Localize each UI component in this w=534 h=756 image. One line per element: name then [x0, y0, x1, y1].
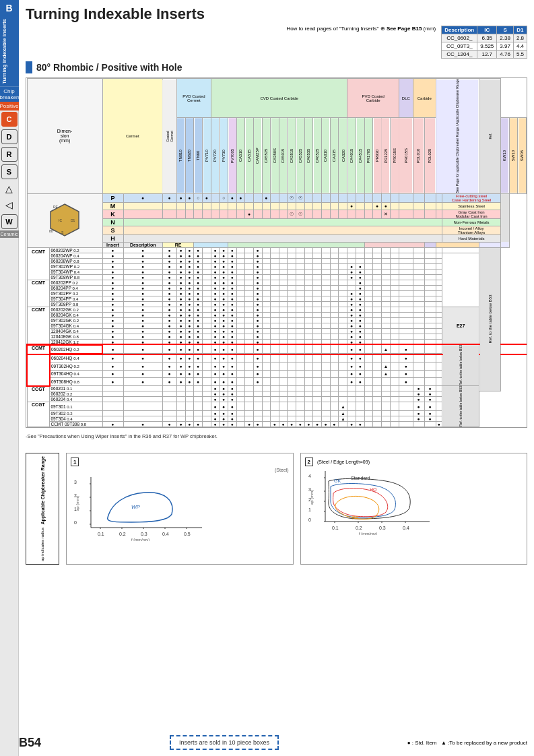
part-09t302pp: 09T302PP 0.2 — [50, 290, 102, 296]
sidebar-letter-d[interactable]: D — [1, 129, 18, 144]
sidebar-letter-r[interactable]: R — [1, 147, 18, 162]
svg-text:0.4: 0.4 — [162, 532, 169, 536]
main-table-container: Dimen-sion(mm) Cermet CoatedCermet PVD C… — [26, 77, 527, 428]
chart2-svg: 0 1 2 3 4 0.1 0.2 0.3 0.4 — [305, 468, 440, 535]
cermet-header: Cermet — [102, 79, 162, 194]
part-09t304wp: 09T304WP 0.4 — [50, 269, 102, 274]
svg-text:ap (mm): ap (mm) — [75, 496, 79, 511]
grade-pv710: PV710 — [203, 118, 211, 193]
grade-ca3515: CA3515 — [288, 118, 296, 193]
main-content: Turning Indexable Inserts How to read pa… — [19, 0, 534, 570]
col-insert: Insert — [102, 242, 123, 247]
insert-code-ccmt-gk: CCMT — [27, 307, 50, 345]
part-09t308wp: 09T308WP 0.8 — [50, 274, 102, 280]
insert-box: Inserts are sold in 10 piece boxes — [170, 735, 279, 750]
svg-text:D1: D1 — [71, 218, 75, 222]
grade-pv7005: PV7005 — [228, 118, 237, 193]
mat-n-row: N Non-Ferrous Metals — [27, 218, 527, 226]
sidebar-chevron-icon[interactable]: ◁ — [1, 198, 18, 212]
grade-ca515: CA515 — [245, 118, 254, 193]
p-pv730: ● — [203, 193, 211, 202]
dlc-header: DLC — [399, 79, 413, 118]
part-120412gk: 120412GK 1.2 — [50, 339, 102, 345]
p-kw10 — [413, 193, 424, 202]
svg-text:0.5: 0.5 — [184, 532, 191, 536]
chart1-subtitle: (Steel) — [71, 468, 289, 472]
part-09t308pp: 09T308PP 0.8 — [50, 301, 102, 307]
grade-ca4015: CA4015 — [347, 118, 356, 193]
ref-row-2: CC_09T3_ 9.525 3.97 4.4 — [442, 42, 527, 51]
svg-text:Standard: Standard — [351, 476, 370, 480]
mat-k-label: K — [102, 210, 123, 218]
insert-code-ccgt: CCGT — [27, 386, 50, 402]
grade-sw05: SW05 — [518, 118, 527, 193]
svg-text:PP: PP — [352, 515, 359, 520]
part-060204wp: 060204WP 0.4 — [50, 253, 102, 258]
m-color-label: Stainless Steel — [442, 202, 501, 210]
grade-tn810: TN810 — [176, 118, 185, 193]
p-ca310 — [304, 193, 313, 202]
svg-text:4: 4 — [308, 474, 311, 478]
part-120404gk: 120404GK 0.4 — [50, 328, 102, 334]
applicable-chipbreaker-text: Applicable Chipbreaker Range — [40, 456, 45, 525]
p-pdl025 — [399, 193, 413, 202]
ref-col-desc: Description — [442, 26, 477, 34]
others-header: See Page for applicable Chipbreaker Rang… — [436, 79, 479, 194]
insert-code-ccmt-hq: CCMT — [27, 345, 50, 386]
part-120408gk: 120408GK 0.8 — [50, 334, 102, 339]
section-heading: 80° Rhombic / Positive with Hole — [26, 61, 527, 73]
sidebar-letter-s[interactable]: S — [1, 164, 18, 179]
insert-row-ccmt060202pp: CCMT 060202PP 0.2 ●●● ●●● ●●●● ● — [27, 280, 527, 285]
chart1-number: 1 — [71, 458, 79, 466]
svg-text:f (mm/rev): f (mm/rev) — [359, 532, 377, 535]
sidebar-triangle-icon[interactable]: △ — [1, 182, 18, 195]
insert-row-09t302wp: 09T302WP 0.2 ●●● ●●● ●●●● ●● — [27, 263, 527, 269]
grade-ca5525b: CA5525 — [296, 118, 305, 193]
p-pv710: ● — [185, 193, 194, 202]
col-cermet-grades: RE — [162, 242, 194, 247]
sidebar-letter-w[interactable]: W — [1, 214, 18, 229]
main-table: Dimen-sion(mm) Cermet CoatedCermet PVD C… — [26, 78, 527, 427]
insert-row-09t304wp: 09T304WP 0.4 ●●● ●●● ●●●● ●● — [27, 269, 527, 274]
sidebar-letter-c[interactable]: C — [1, 112, 18, 127]
mat-s-label: S — [102, 226, 123, 234]
insert-row-09t308pp: 09T308PP 0.8 ●●● ●●● ●●●● ●● — [27, 301, 527, 307]
mat-m-label: M — [102, 202, 123, 210]
mat-h-row: H Hard Materials — [27, 234, 527, 242]
p-pr015s2 — [381, 193, 390, 202]
part-060202gk: 060202GK 0.2 — [50, 307, 102, 312]
grade-cam25p: CAM25P — [253, 118, 262, 193]
ap-indicates: ap indicates radius — [40, 528, 44, 561]
grade-ca5525a: CA5525 — [262, 118, 271, 193]
insert-code-ccmt-wp1: CCMT — [27, 247, 50, 280]
mat-p-label: P — [102, 193, 123, 202]
p-ca6535: ☉ — [288, 193, 296, 202]
p-pr930 — [356, 193, 365, 202]
grade-kw10: KW10 — [500, 118, 509, 193]
e27-cell: E27 — [442, 307, 479, 345]
svg-text:0.3: 0.3 — [141, 532, 147, 536]
part-09t302wp: 09T302WP 0.2 — [50, 263, 102, 269]
part-09t304: 09T304 0.4 — [50, 416, 102, 422]
svg-text:HQ: HQ — [370, 487, 377, 493]
p-ca510: ○ — [220, 193, 228, 202]
grade-pr1705: PR1705 — [364, 118, 373, 193]
insert-diagram-cell: RE IC D1 S 80° — [27, 193, 102, 247]
p-cam25p: ● — [236, 193, 245, 202]
part-060202hq: 060202HQ 0.2 — [50, 345, 102, 354]
part-060204pp: 060204PP 0.4 — [50, 285, 102, 290]
page-title: Turning Indexable Inserts — [26, 5, 527, 23]
grade-sw10: SW10 — [509, 118, 518, 193]
sidebar-b-label: B — [0, 0, 19, 16]
p-pdl010 — [391, 193, 399, 202]
p-pv720: ○ — [194, 193, 203, 202]
svg-text:0.1: 0.1 — [98, 532, 104, 536]
grade-pr015s2: PR015S — [399, 118, 413, 193]
p-pr015s — [373, 193, 382, 202]
svg-text:0.2: 0.2 — [356, 526, 362, 530]
ref-b53-3: Ref. to the table below B53 — [442, 386, 479, 427]
svg-text:RE: RE — [53, 205, 59, 209]
part-09t302: 09T302 0.2 — [50, 411, 102, 416]
mat-n-label: N — [102, 218, 123, 226]
insert-row-ccgt060201: CCGT 060201 0.1 ●●● ●● Ref. to the table… — [27, 386, 527, 391]
